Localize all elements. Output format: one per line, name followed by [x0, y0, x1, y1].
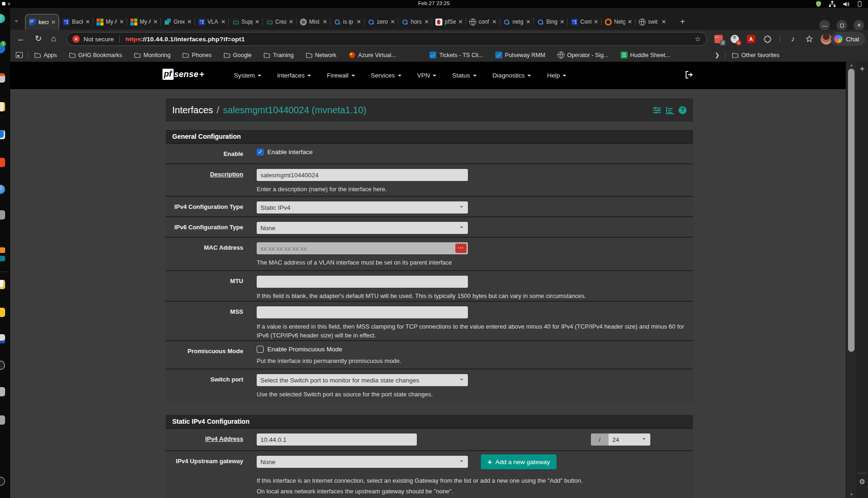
new-tab-button[interactable]: ＋: [679, 17, 687, 25]
nav-interfaces[interactable]: Interfaces: [269, 72, 319, 79]
bookmark-folder-phones[interactable]: Phones: [182, 52, 211, 58]
tab-conf2[interactable]: Conf ✕: [567, 14, 601, 30]
profile-error-icon[interactable]: [731, 35, 739, 43]
tab-close-icon[interactable]: ✕: [119, 19, 124, 25]
bookmark-azure[interactable]: Azure Virtual...: [349, 52, 396, 58]
bookmark-folder-ghg[interactable]: GHG Bookmarks: [69, 52, 122, 58]
tab-close-icon[interactable]: ✕: [492, 19, 497, 25]
breadcrumb-section[interactable]: Interfaces: [172, 105, 213, 116]
refresh-icon[interactable]: ↻: [35, 33, 42, 44]
other-favorites[interactable]: Other favorites: [732, 52, 779, 58]
scroll-up-icon[interactable]: ▲: [846, 63, 857, 67]
tab-close-icon[interactable]: ✕: [628, 19, 632, 25]
bookmark-folder-training[interactable]: Training: [264, 52, 294, 58]
media-note-icon[interactable]: ♪: [788, 34, 797, 44]
dock-app-icon[interactable]: [0, 477, 5, 486]
tab-netg2[interactable]: Netg ✕: [601, 14, 635, 30]
tab-close-icon[interactable]: ✕: [153, 19, 158, 25]
tab-back[interactable]: Back ✕: [59, 14, 93, 30]
dock-app-icon[interactable]: [0, 280, 5, 289]
tab-close-icon[interactable]: ✕: [661, 19, 666, 25]
mac-copy-button[interactable]: ···: [455, 244, 466, 253]
mac-address-input[interactable]: [257, 242, 468, 254]
scroll-down-icon[interactable]: ▼: [846, 492, 857, 497]
dock-app-icon[interactable]: [0, 415, 5, 425]
tab-close-icon[interactable]: ✕: [51, 19, 56, 26]
tab-crea[interactable]: Crea ✕: [262, 14, 296, 30]
restore-button[interactable]: [836, 20, 847, 31]
network-icon[interactable]: [829, 1, 836, 7]
tab-close-icon[interactable]: ✕: [458, 19, 463, 25]
subnet-mask-select[interactable]: 24: [609, 433, 650, 446]
scrollbar-thumb[interactable]: [848, 69, 855, 352]
shield-icon[interactable]: [816, 1, 821, 7]
nav-system[interactable]: System: [226, 72, 269, 79]
dock-app-icon[interactable]: 3: [0, 44, 5, 53]
bookmarks-overflow-chevron-icon[interactable]: ❯: [715, 52, 719, 58]
tab-close-icon[interactable]: ✕: [424, 19, 429, 25]
dock-app-icon[interactable]: [0, 308, 5, 317]
bookmark-folder-apps[interactable]: Apps: [34, 52, 57, 58]
tab-close-icon[interactable]: ✕: [187, 19, 192, 25]
logout-icon[interactable]: [684, 70, 693, 79]
tab-supp[interactable]: Supp ✕: [228, 14, 262, 30]
sidebar-toggle-icon[interactable]: [16, 52, 23, 58]
nav-services[interactable]: Services: [363, 72, 409, 79]
copilot-chat-button[interactable]: Chat: [831, 32, 865, 46]
tab-zero[interactable]: zero ✕: [364, 14, 398, 30]
tab-conf[interactable]: conf ✕: [466, 14, 499, 30]
extensions-puzzle-icon[interactable]: [763, 34, 772, 44]
dock-app-icon[interactable]: [0, 361, 5, 370]
ipv6-type-select[interactable]: None: [257, 222, 468, 234]
adobe-pdf-icon[interactable]: A: [747, 35, 755, 43]
rail-add-icon[interactable]: ＋: [856, 63, 868, 74]
switch-port-select[interactable]: Select the Switch port to monitor for me…: [257, 374, 468, 386]
tab-mist[interactable]: Mist ✕: [296, 14, 330, 30]
tab-close-icon[interactable]: ✕: [289, 19, 293, 25]
ipv4-address-input[interactable]: [257, 433, 417, 446]
tab-close-icon[interactable]: ✕: [526, 19, 531, 25]
tab-close-icon[interactable]: ✕: [323, 19, 327, 25]
dock-app-icon[interactable]: [0, 14, 5, 23]
gear-icon[interactable]: ⚙: [856, 478, 868, 486]
dock-app-icon[interactable]: [0, 247, 5, 253]
bookmark-operator[interactable]: Operator - Sig...: [557, 52, 609, 58]
volume-icon[interactable]: [843, 1, 850, 7]
tab-my-a[interactable]: My A ✕: [93, 14, 127, 30]
ipv4-type-select[interactable]: Static IPv4: [257, 201, 468, 213]
tab-swit[interactable]: swit ✕: [635, 14, 669, 30]
bookmark-tickets[interactable]: Tickets - TS Cli...: [429, 52, 483, 58]
dock-app-icon[interactable]: [0, 185, 5, 194]
nav-firewall[interactable]: Firewall: [319, 72, 363, 79]
back-icon[interactable]: ←: [17, 33, 25, 44]
battery-icon[interactable]: [858, 1, 862, 7]
tab-vla[interactable]: VLA ✕: [194, 14, 228, 30]
nav-vpn[interactable]: VPN: [409, 72, 445, 79]
field-label[interactable]: Description: [166, 169, 243, 196]
tab-close-icon[interactable]: ✕: [594, 19, 598, 25]
dock-app-icon[interactable]: [0, 158, 5, 167]
mtu-input[interactable]: [257, 276, 468, 288]
tab-close-icon[interactable]: ✕: [560, 19, 564, 25]
dock-app-icon[interactable]: [0, 73, 5, 83]
tab-close-icon[interactable]: ✕: [85, 19, 90, 25]
address-bar[interactable]: ✕ Not secure https ://10.44.0.1/interfac…: [66, 32, 707, 46]
dock-app-icon[interactable]: [0, 210, 5, 220]
tab-bing[interactable]: Bing ✕: [533, 14, 567, 30]
favorite-star-icon[interactable]: ☆: [695, 35, 701, 43]
dock-app-icon[interactable]: [0, 387, 5, 396]
mss-input[interactable]: [257, 306, 468, 318]
home-icon[interactable]: ⌂: [51, 33, 56, 44]
tab-is-ip[interactable]: is ip ✕: [330, 14, 364, 30]
minimize-button[interactable]: —: [819, 20, 830, 31]
bookmark-folder-monitoring[interactable]: Monitoring: [134, 52, 170, 58]
enable-checkbox[interactable]: ✓: [257, 149, 264, 155]
tab-close-icon[interactable]: ✕: [356, 19, 361, 25]
collections-icon[interactable]: [804, 34, 814, 44]
tab-netg[interactable]: netg ✕: [499, 14, 533, 30]
dock-app-icon[interactable]: [0, 130, 5, 139]
nav-status[interactable]: Status: [444, 72, 484, 79]
profile-avatar[interactable]: [821, 33, 832, 45]
bookmark-folder-network[interactable]: Network: [306, 52, 337, 58]
dock-app-icon[interactable]: [0, 334, 5, 343]
